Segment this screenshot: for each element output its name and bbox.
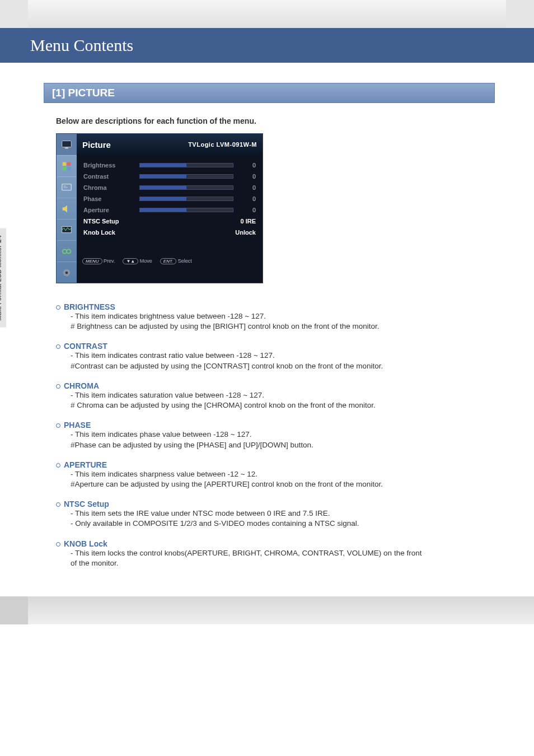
desc-line: #Phase can be adjusted by using the [PHA… <box>56 440 495 450</box>
osd-slider <box>139 174 233 179</box>
osd-key-label: Select <box>178 258 192 264</box>
side-tab-page: 14 <box>0 235 3 243</box>
page-header-decor <box>0 0 534 28</box>
osd-row-ntsc: NTSC Setup 0 IRE <box>77 216 263 227</box>
svg-rect-5 <box>67 166 71 170</box>
section-header: [1] PICTURE <box>44 83 495 103</box>
osd-row-chroma: Chroma 0 <box>77 182 263 193</box>
desc-line: - Only available in COMPOSITE 1/2/3 and … <box>56 519 495 529</box>
link-icon <box>57 240 77 262</box>
desc-heading: CHROMA <box>56 381 495 390</box>
desc-line: of the monitor. <box>56 558 495 568</box>
osd-row-value: 0 <box>233 195 256 202</box>
desc-item-ntsc: NTSC Setup - This item sets the IRE valu… <box>56 500 495 529</box>
display-icon <box>57 176 77 198</box>
osd-header: Picture TVLogic LVM-091W-M <box>77 134 263 155</box>
osd-row-label: Knob Lock <box>83 229 139 236</box>
desc-line: - This item sets the IRE value under NTS… <box>56 508 495 519</box>
description-list: BRIGHTNESS - This item indicates brightn… <box>56 302 495 568</box>
osd-icon-column <box>57 134 77 283</box>
osd-brand: TVLogic LVM-091W-M <box>188 141 257 148</box>
desc-item-knoblock: KNOB Lock - This item locks the control … <box>56 539 495 568</box>
osd-row-aperture: Aperture 0 <box>77 204 263 216</box>
desc-line: - This item indicates phase value betwee… <box>56 430 495 440</box>
desc-item-aperture: APERTURE - This item indicates sharpness… <box>56 460 495 489</box>
desc-heading: CONTRAST <box>56 342 495 351</box>
svg-rect-0 <box>62 141 72 147</box>
audio-icon <box>57 198 77 219</box>
osd-row-label: Contrast <box>83 173 139 180</box>
color-icon <box>57 155 77 176</box>
osd-key-ent: ENT. <box>160 258 177 264</box>
desc-line: - This item indicates brightness value b… <box>56 311 495 321</box>
svg-rect-3 <box>67 162 71 165</box>
desc-item-phase: PHASE - This item indicates phase value … <box>56 421 495 450</box>
desc-line: - This item indicates saturation value b… <box>56 390 495 400</box>
osd-slider <box>139 197 233 201</box>
osd-row-label: Chroma <box>83 184 139 191</box>
svg-rect-7 <box>62 226 72 232</box>
svg-point-8 <box>63 249 67 253</box>
desc-item-chroma: CHROMA - This item indicates saturation … <box>56 381 495 410</box>
osd-row-value: 0 <box>233 184 256 191</box>
osd-row-value: Unlock <box>139 229 256 236</box>
osd-title: Picture <box>82 140 111 150</box>
osd-row-label: NTSC Setup <box>83 218 139 225</box>
osd-key-menu: MENU <box>82 258 102 264</box>
svg-point-11 <box>65 271 68 274</box>
osd-slider <box>139 163 233 167</box>
desc-item-brightness: BRIGHTNESS - This item indicates brightn… <box>56 302 495 332</box>
osd-rows: Brightness 0 Contrast 0 Chroma 0 Phase <box>77 155 263 283</box>
osd-key-label: Move <box>140 258 152 264</box>
osd-key-arrows: ▼▲ <box>123 258 138 264</box>
osd-row-knoblock: Knob Lock Unlock <box>77 227 263 238</box>
desc-heading: PHASE <box>56 421 495 430</box>
osd-row-phase: Phase 0 <box>77 193 263 204</box>
desc-heading: KNOB Lock <box>56 539 495 548</box>
desc-line: - This item locks the control knobs(APER… <box>56 548 495 558</box>
desc-heading: BRIGHTNESS <box>56 302 495 311</box>
osd-slider <box>139 185 233 190</box>
svg-rect-1 <box>65 148 68 149</box>
page-title: Menu Contents <box>0 28 534 63</box>
page-footer-decor <box>0 596 534 624</box>
svg-rect-6 <box>62 184 72 190</box>
osd-row-label: Aperture <box>83 207 139 213</box>
osd-row-contrast: Contrast 0 <box>77 171 263 182</box>
osd-row-value: 0 <box>233 173 256 180</box>
osd-slider <box>139 208 233 212</box>
osd-row-value: 0 IRE <box>139 218 256 225</box>
intro-text: Below are descriptions for each function… <box>56 116 495 125</box>
osd-row-brightness: Brightness 0 <box>77 160 263 171</box>
desc-heading: NTSC Setup <box>56 500 495 508</box>
waveform-icon <box>57 219 77 240</box>
osd-footer: MENU Prev. ▼▲ Move ENT. Select <box>77 253 263 268</box>
desc-line: #Contrast can be adjusted by using the [… <box>56 361 495 371</box>
side-tab: Multi Format LCD Monitor 14 <box>0 228 6 328</box>
desc-line: - This item indicates sharpness value be… <box>56 469 495 479</box>
osd-row-label: Phase <box>83 195 139 202</box>
svg-rect-4 <box>63 166 66 170</box>
osd-row-label: Brightness <box>83 162 139 169</box>
gear-icon <box>57 262 77 283</box>
osd-row-value: 0 <box>233 162 256 169</box>
monitor-icon <box>57 134 77 155</box>
side-tab-label: Multi Format LCD Monitor <box>0 243 2 320</box>
desc-item-contrast: CONTRAST - This item indicates contrast … <box>56 342 495 371</box>
osd-row-value: 0 <box>233 207 256 213</box>
desc-line: - This item indicates contrast ratio val… <box>56 351 495 361</box>
desc-line: #Aperture can be adjusted by using the [… <box>56 479 495 489</box>
osd-key-label: Prev. <box>104 258 115 264</box>
desc-line: # Chroma can be adjusted by using the [C… <box>56 400 495 410</box>
desc-heading: APERTURE <box>56 460 495 469</box>
desc-line: # Brightness can be adjusted by using th… <box>56 321 495 332</box>
svg-point-9 <box>67 249 71 253</box>
osd-menu: Picture TVLogic LVM-091W-M Brightness 0 … <box>56 133 263 283</box>
svg-rect-2 <box>63 162 66 165</box>
